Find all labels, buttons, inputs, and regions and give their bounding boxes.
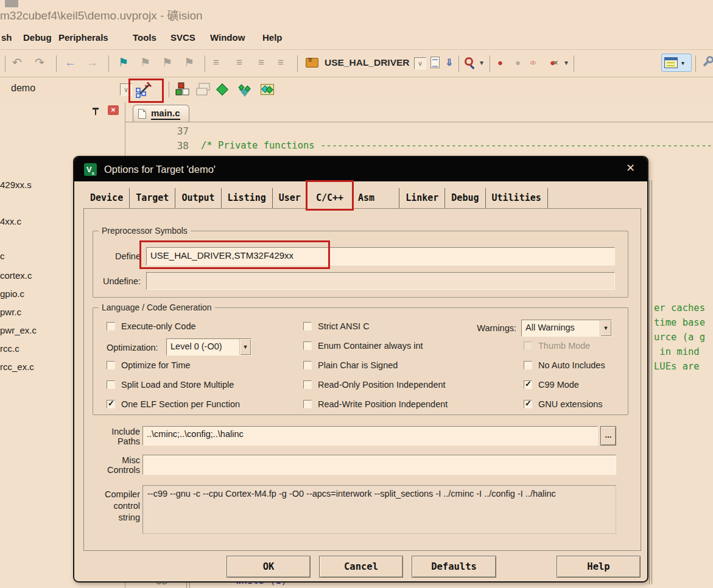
misc-controls-label: MiscControls [99, 455, 140, 475]
tree-item-pwr-file[interactable]: pwr.c [0, 307, 21, 317]
help-button[interactable]: Help [557, 556, 641, 578]
checkbox-rw-pi[interactable] [303, 400, 312, 408]
tab-device[interactable]: Device [84, 188, 130, 209]
dialog-titlebar[interactable]: Vs Options for Target 'demo' ✕ [74, 157, 647, 181]
tab-asm[interactable]: Asm [352, 188, 399, 209]
checkbox-c99-mode[interactable] [524, 380, 532, 389]
build-target-icon[interactable] [175, 82, 190, 97]
checkbox-split-lsm[interactable] [107, 380, 115, 389]
build-toolbar: demo ∨ [0, 77, 713, 102]
tree-item-cortex-file[interactable]: cortex.c [0, 270, 32, 281]
navigate-forward-icon[interactable]: → [86, 54, 98, 72]
menu-item-help[interactable]: Help [262, 32, 283, 43]
redo-icon[interactable]: ↷ [35, 54, 44, 72]
insert-breakpoint-icon[interactable]: ● [497, 54, 503, 72]
include-paths-browse-button[interactable]: ... [600, 426, 616, 446]
label-ro-pi: Read-Only Position Independent [318, 380, 446, 390]
navigate-back-icon[interactable]: ← [65, 54, 76, 72]
tree-item-gpio-file[interactable]: gpio.c [0, 289, 24, 299]
download-icon[interactable] [261, 84, 274, 95]
find-combo-dropdown-icon[interactable]: ∨ [414, 57, 426, 69]
disable-all-breakpoints-icon[interactable]: ○○ [530, 54, 533, 72]
find-icon[interactable] [465, 57, 473, 66]
tree-item-pwr-ex-file[interactable]: pwr_ex.c [0, 325, 37, 335]
misc-controls-input[interactable] [142, 455, 616, 475]
tab-debug[interactable]: Debug [445, 188, 485, 209]
optimization-select[interactable]: Level 0 (-O0) ▼ [166, 338, 251, 355]
checkbox-gnu-extensions[interactable] [524, 400, 532, 408]
tree-item-rcc-file[interactable]: rcc.c [0, 343, 19, 354]
checkbox-plain-char[interactable] [303, 361, 312, 369]
label-one-elf: One ELF Section per Function [121, 400, 240, 409]
menu-item-svcs[interactable]: SVCS [170, 32, 195, 43]
warnings-select[interactable]: All Warnings ▼ [521, 320, 612, 337]
uvision-logo-icon: Vs [84, 163, 97, 176]
tab-c-cpp[interactable]: C/C++ [307, 182, 352, 209]
group-label-preprocessor: Preprocessor Symbols [99, 226, 191, 236]
find-in-files-dialog-icon[interactable] [430, 57, 440, 68]
panel-pin-icon[interactable] [93, 108, 99, 110]
batch-build-icon[interactable] [216, 83, 228, 96]
bookmark-icon[interactable]: ⚑ [118, 54, 128, 72]
menu-item-window[interactable]: Window [210, 32, 245, 43]
menu-item-tools[interactable]: Tools [133, 32, 156, 43]
next-bookmark-icon[interactable]: ⚑ [162, 54, 172, 72]
checkbox-enum-int[interactable] [303, 341, 312, 350]
panel-close-button[interactable]: ✕ [108, 105, 119, 115]
target-select[interactable]: demo [11, 83, 35, 94]
editor-tab-mainc[interactable]: main.c [133, 105, 189, 122]
tab-target[interactable]: Target [130, 188, 175, 209]
label-strict-ansi: Strict ANSI C [318, 322, 370, 331]
indent-icon[interactable]: ≡ [236, 54, 242, 72]
defaults-button[interactable]: Defaults [412, 556, 496, 578]
checkbox-one-elf[interactable] [107, 400, 115, 408]
checkbox-optimize-time[interactable] [107, 361, 115, 369]
ok-button[interactable]: OK [227, 556, 311, 578]
unindent-icon[interactable]: ≡ [213, 54, 219, 72]
uncomment-icon[interactable]: ≡ [278, 54, 284, 72]
rebuild-target-icon[interactable] [196, 83, 212, 97]
dialog-close-icon[interactable]: ✕ [626, 161, 635, 175]
include-paths-input[interactable]: ..\cminc;..\config;..\halinc [142, 426, 598, 446]
language-codegen-group: Language / Code Generation Execute-only … [93, 307, 628, 415]
warnings-dropdown-icon[interactable]: ▼ [600, 320, 611, 336]
cancel-button[interactable]: Cancel [319, 556, 403, 578]
comment-icon[interactable]: ≡ [258, 54, 264, 72]
tab-output[interactable]: Output [175, 188, 221, 209]
checkbox-strict-ansi[interactable] [303, 322, 312, 331]
translate-icon[interactable] [239, 89, 251, 97]
disable-breakpoint-icon[interactable]: ● [515, 54, 521, 72]
checkbox-execute-only[interactable] [107, 322, 115, 331]
label-rw-pi: Read-Write Position Independent [318, 400, 448, 409]
options-for-target-dialog: Vs Options for Target 'demo' ✕ Device Ta… [73, 156, 648, 583]
menu-item-flash[interactable]: sh [1, 32, 12, 43]
dialog-title: Options for Target 'demo' [104, 164, 216, 175]
undo-icon[interactable]: ↶ [12, 54, 22, 72]
find-in-files-icon[interactable] [306, 58, 318, 68]
menu-item-debug[interactable]: Debug [23, 32, 52, 43]
include-paths-label: IncludePaths [99, 427, 140, 446]
checkbox-no-auto-includes[interactable] [524, 361, 532, 369]
tree-item-rcc-ex-file[interactable]: rcc_ex.c [0, 362, 34, 372]
undefine-input[interactable] [146, 272, 615, 290]
prev-bookmark-icon[interactable]: ⚑ [140, 54, 150, 72]
tab-linker[interactable]: Linker [399, 188, 445, 209]
menu-item-peripherals[interactable]: Peripherals [58, 32, 108, 43]
optimization-dropdown-icon[interactable]: ▼ [239, 339, 251, 355]
kill-all-breakpoints-icon[interactable]: ●✕ [550, 54, 555, 72]
line-number-38: 38 [128, 140, 189, 152]
clear-bookmarks-icon[interactable]: ⚑ [184, 54, 194, 72]
tree-item-startup-file[interactable]: 429xx.s [0, 180, 32, 190]
incremental-find-icon[interactable]: ⇓ [445, 54, 453, 72]
find-dropdown-icon[interactable]: ▾ [480, 54, 483, 72]
find-combo[interactable]: USE_HAL_DRIVER [325, 57, 410, 68]
tab-listing[interactable]: Listing [222, 188, 273, 209]
tab-utilities[interactable]: Utilities [486, 188, 548, 209]
window-layout-button[interactable]: ▾ [661, 54, 692, 72]
tree-item-hal-file[interactable]: 4xx.c [0, 216, 21, 226]
breakpoints-dropdown-icon[interactable]: ▾ [564, 54, 568, 72]
checkbox-ro-pi[interactable] [303, 380, 312, 389]
tree-item-c-file[interactable]: c [0, 251, 5, 261]
configure-wrench-icon[interactable] [701, 56, 713, 69]
tab-user[interactable]: User [273, 188, 307, 209]
